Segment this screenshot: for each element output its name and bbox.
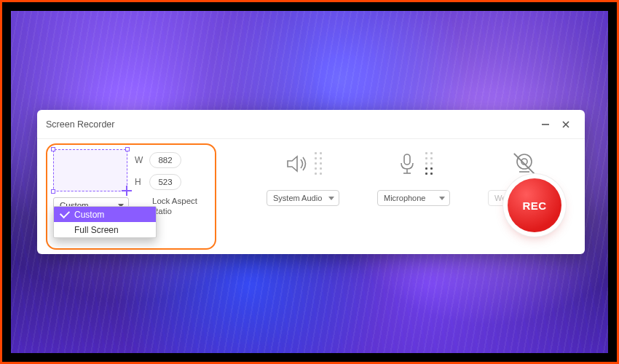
titlebar: Screen Recorder (37, 110, 585, 139)
dropdown-option-label: Full Screen (74, 225, 119, 235)
height-row: H (135, 174, 181, 190)
dropdown-option-label: Custom (74, 210, 104, 220)
microphone-select[interactable]: Microphone (377, 190, 450, 206)
system-audio-select[interactable]: System Audio (267, 190, 339, 206)
window-title: Screen Recorder (46, 119, 115, 130)
system-audio-select-label: System Audio (273, 194, 322, 202)
close-button[interactable] (556, 114, 576, 135)
svg-rect-3 (404, 154, 410, 165)
resize-handle-tl[interactable] (51, 147, 55, 151)
microphone-control: Microphone (374, 148, 454, 206)
close-icon (561, 120, 570, 129)
mic-level-meter (425, 152, 433, 175)
microphone-icon[interactable] (395, 148, 433, 180)
chevron-down-icon (439, 197, 445, 200)
height-label: H (135, 177, 143, 187)
width-label: W (135, 155, 143, 165)
minimize-icon (541, 120, 550, 129)
record-button-label: REC (522, 199, 546, 212)
move-handle-icon[interactable] (122, 186, 132, 196)
audio-level-meter (315, 152, 323, 175)
svg-point-6 (517, 154, 532, 169)
dropdown-option-fullscreen[interactable]: Full Screen (54, 222, 156, 237)
width-input[interactable] (149, 152, 181, 168)
capture-region-preview[interactable] (53, 149, 127, 191)
dropdown-option-custom[interactable]: Custom (54, 207, 156, 222)
capture-mode-dropdown: Custom Full Screen (53, 206, 157, 238)
resize-handle-tr[interactable] (125, 147, 130, 151)
height-input[interactable] (149, 174, 181, 190)
webcam-off-icon[interactable] (512, 148, 537, 180)
microphone-select-label: Microphone (384, 194, 425, 202)
resize-handle-bl[interactable] (51, 189, 55, 194)
chevron-down-icon (328, 197, 334, 200)
width-row: W (135, 152, 181, 168)
minimize-button[interactable] (535, 114, 556, 135)
speaker-icon[interactable] (284, 148, 323, 180)
lock-aspect-ratio-label: Lock Aspect Ratio (152, 196, 203, 217)
system-audio-control: System Audio (263, 148, 343, 206)
app-frame: Screen Recorder W (0, 0, 619, 364)
record-button[interactable]: REC (508, 178, 561, 232)
